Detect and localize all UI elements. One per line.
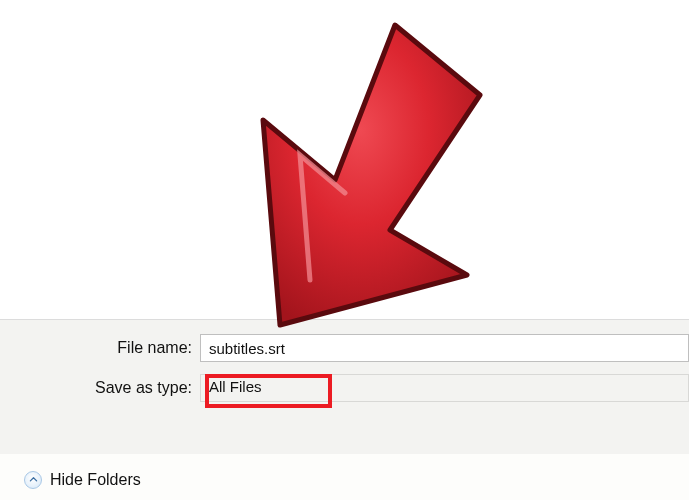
savetype-row: Save as type: All Files bbox=[0, 374, 689, 402]
save-form-area: File name: Save as type: All Files bbox=[0, 320, 689, 454]
hide-folders-label: Hide Folders bbox=[50, 471, 141, 489]
hide-folders-button[interactable]: Hide Folders bbox=[24, 471, 141, 489]
filename-input[interactable] bbox=[200, 334, 689, 362]
chevron-up-icon bbox=[24, 471, 42, 489]
filename-label: File name: bbox=[0, 339, 200, 357]
savetype-value: All Files bbox=[209, 378, 262, 395]
savetype-select[interactable]: All Files bbox=[200, 374, 689, 402]
dialog-footer: Hide Folders bbox=[0, 454, 689, 500]
savetype-label: Save as type: bbox=[0, 379, 200, 397]
filename-row: File name: bbox=[0, 334, 689, 362]
file-browser-area bbox=[0, 0, 689, 320]
